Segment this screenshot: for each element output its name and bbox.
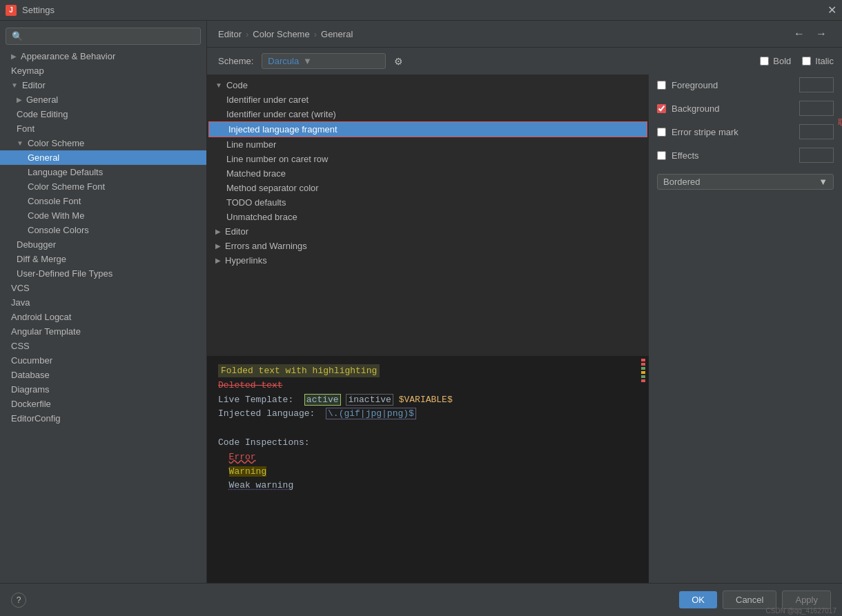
tree-item-label: Line number [226, 139, 643, 150]
breadcrumb-sep-2: › [314, 29, 317, 39]
tree-item-label: Identifier under caret (write) [226, 109, 643, 119]
effects-type-dropdown[interactable]: Bordered ▼ [657, 174, 834, 190]
sidebar-item-label: VCS [11, 283, 30, 293]
sidebar-item-label: Database [11, 370, 50, 380]
sidebar-item-general-sub[interactable]: General [0, 150, 206, 165]
chevron-down-icon: ▼ [17, 139, 23, 147]
sidebar-item-console-colors[interactable]: Console Colors [0, 223, 206, 237]
tree-item-todo-defaults[interactable]: TODO defaults [207, 195, 649, 210]
sidebar-item-vcs[interactable]: VCS [0, 281, 206, 295]
sidebar-item-code-editing[interactable]: Code Editing [0, 107, 206, 121]
bold-italic-row: Bold Italic [657, 56, 834, 66]
chevron-down-icon: ▼ [819, 177, 828, 187]
effects-color-swatch[interactable] [799, 148, 834, 163]
sidebar-item-dockerfile[interactable]: Dockerfile [0, 397, 206, 411]
back-button[interactable]: ← [790, 26, 809, 41]
effects-checkbox[interactable] [657, 151, 666, 160]
sidebar-item-java[interactable]: Java [0, 295, 206, 310]
sidebar-item-language-defaults[interactable]: Language Defaults [0, 165, 206, 179]
foreground-checkbox[interactable] [657, 81, 666, 90]
tree-container: ▼ Code Identifier under caret Identifier… [207, 75, 649, 355]
error-stripe-color-swatch[interactable] [799, 124, 834, 139]
italic-checkbox-label[interactable]: Italic [802, 56, 834, 66]
tree-item-method-separator[interactable]: Method separator color [207, 181, 649, 195]
scroll-mark-error-3 [641, 379, 645, 382]
tree-item-errors-warnings[interactable]: ▶ Errors and Warnings [207, 239, 649, 253]
italic-label: Italic [815, 56, 834, 66]
sidebar-item-editorconfig[interactable]: EditorConfig [0, 411, 206, 426]
breadcrumb-part-3: General [321, 29, 353, 39]
sidebar-item-general[interactable]: ▶ General [0, 92, 206, 107]
sidebar-item-code-with-me[interactable]: Code With Me [0, 208, 206, 223]
close-button[interactable]: ✕ [828, 5, 836, 16]
cancel-button[interactable]: Cancel [723, 590, 776, 609]
deleted-text: Deleted text [218, 380, 283, 390]
tree-item-unmatched-brace[interactable]: Unmatched brace [207, 210, 649, 224]
tree-item-label: Identifier under caret [226, 95, 643, 105]
chevron-down-icon: ▼ [215, 81, 222, 89]
tree-item-label: Line number on caret row [226, 154, 643, 164]
bold-label: Bold [773, 56, 791, 66]
sidebar-item-label: Font [17, 123, 35, 134]
sidebar-item-diff-merge[interactable]: Diff & Merge [0, 252, 206, 266]
chevron-right-icon: ▶ [11, 52, 17, 60]
chevron-right-icon: ▶ [215, 257, 221, 264]
sidebar-item-diagrams[interactable]: Diagrams [0, 382, 206, 397]
ok-button[interactable]: OK [679, 591, 717, 608]
tree-item-code[interactable]: ▼ Code [207, 78, 649, 92]
live-template-active: active [304, 394, 341, 406]
bold-checkbox[interactable] [760, 57, 769, 66]
foreground-label: Foreground [672, 80, 794, 90]
gear-button[interactable]: ⚙ [394, 56, 403, 67]
sidebar-item-label: Code With Me [28, 210, 84, 221]
scheme-select[interactable]: Darcula ▼ [262, 53, 386, 69]
search-box[interactable]: 🔍 [6, 28, 201, 45]
sidebar-item-database[interactable]: Database [0, 368, 206, 382]
tree-item-line-number-caret[interactable]: Line number on caret row [207, 152, 649, 166]
sidebar-item-debugger[interactable]: Debugger [0, 237, 206, 252]
sidebar-item-keymap[interactable]: Keymap [0, 63, 206, 78]
effects-row: Effects [657, 148, 834, 163]
sidebar-item-color-scheme-font[interactable]: Color Scheme Font [0, 179, 206, 194]
sidebar-item-color-scheme[interactable]: ▼ Color Scheme [0, 136, 206, 150]
bold-checkbox-label[interactable]: Bold [760, 56, 791, 66]
settings-panel: Scheme: Darcula ▼ ⚙ ▼ Code Identifier un… [207, 48, 842, 583]
breadcrumb-sep-1: › [246, 29, 248, 39]
sidebar-item-angular[interactable]: Angular Template [0, 324, 206, 339]
sidebar-item-css[interactable]: CSS [0, 339, 206, 353]
scheme-bar: Scheme: Darcula ▼ ⚙ [207, 48, 649, 75]
foreground-color-swatch[interactable] [799, 77, 834, 92]
preview-line-5 [218, 421, 638, 436]
tree-item-hyperlinks[interactable]: ▶ Hyperlinks [207, 253, 649, 268]
sidebar-item-label: Dockerfile [11, 399, 51, 409]
tree-item-editor-group[interactable]: ▶ Editor [207, 224, 649, 239]
breadcrumb-part-1: Editor [218, 29, 242, 39]
italic-checkbox[interactable] [802, 57, 811, 66]
scrollbar-marks [640, 356, 646, 583]
preview-line-6: Code Inspections: [218, 436, 638, 450]
help-button[interactable]: ? [11, 593, 26, 608]
tree-item-label: Injected language fragment [228, 124, 641, 135]
sidebar-item-label: Diff & Merge [17, 254, 66, 264]
sidebar-item-appearance[interactable]: ▶ Appearance & Behavior [0, 49, 206, 63]
background-color-swatch[interactable] [799, 101, 834, 116]
error-stripe-checkbox[interactable] [657, 128, 666, 137]
tree-item-line-number[interactable]: Line number [207, 137, 649, 152]
background-row: Background 取消勾选 [657, 101, 834, 116]
tree-item-identifier-caret-write[interactable]: Identifier under caret (write) [207, 107, 649, 121]
sidebar-item-editor[interactable]: ▼ Editor [0, 78, 206, 92]
forward-button[interactable]: → [812, 26, 831, 41]
sidebar-item-android-logcat[interactable]: Android Logcat [0, 310, 206, 324]
sidebar-item-console-font[interactable]: Console Font [0, 194, 206, 208]
search-input[interactable] [27, 31, 195, 41]
tree-item-injected-language[interactable]: Injected language fragment [208, 121, 647, 137]
tree-item-matched-brace[interactable]: Matched brace [207, 166, 649, 181]
sidebar-item-cucumber[interactable]: Cucumber [0, 353, 206, 368]
tree-item-label: Method separator color [226, 183, 643, 193]
background-checkbox[interactable] [657, 104, 666, 113]
sidebar-item-user-defined[interactable]: User-Defined File Types [0, 266, 206, 281]
sidebar-item-font[interactable]: Font [0, 121, 206, 136]
apply-button[interactable]: Apply [782, 590, 831, 609]
sidebar-item-label: Editor [22, 80, 46, 90]
tree-item-identifier-caret[interactable]: Identifier under caret [207, 92, 649, 107]
